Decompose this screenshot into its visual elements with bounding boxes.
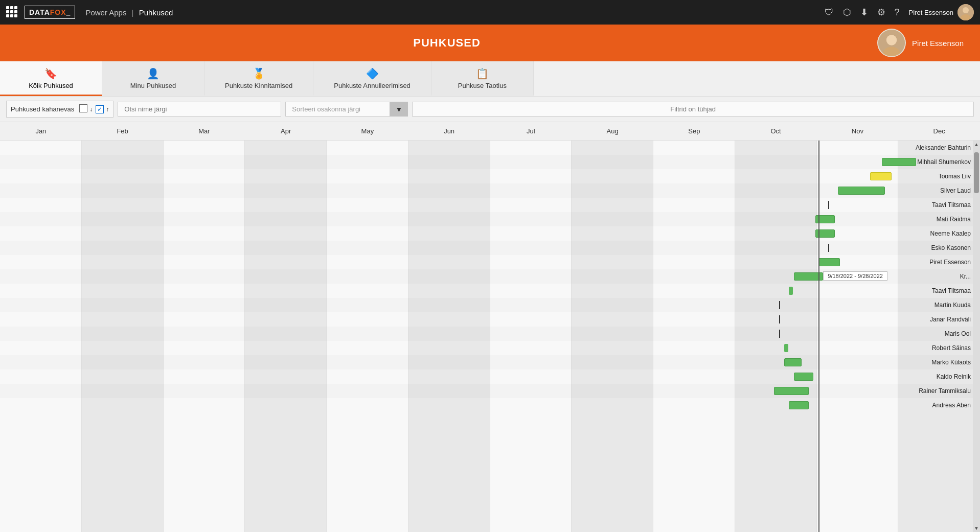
sort-arrow-down[interactable]: ↓: [89, 106, 93, 113]
sort-checkbox-empty[interactable]: [79, 104, 87, 112]
gantt-row: Piret Essenson: [0, 255, 980, 269]
nav-separator: |: [132, 8, 134, 17]
gantt-line-marker: [779, 315, 780, 323]
gantt-bar[interactable]: [789, 401, 808, 409]
tab-taotlus[interactable]: 📋 Puhkuse Taotlus: [431, 61, 534, 96]
tab-taotlus-icon: 📋: [476, 67, 489, 80]
gantt-row: Kr...9/18/2022 - 9/28/2022: [0, 269, 980, 284]
header-banner: PUHKUSED Piret Essenson: [0, 25, 980, 61]
gantt-row: Taavi Tiitsmaa: [0, 198, 980, 212]
dept-chevron-icon[interactable]: ▼: [390, 102, 408, 117]
help-icon[interactable]: ?: [895, 7, 900, 18]
gantt-line-marker: [828, 244, 829, 252]
filter-status: Filtrid on tühjad: [412, 102, 974, 117]
scrollbar[interactable]: ▲ ▼: [973, 141, 980, 532]
nav-title: Power Apps | Puhkused: [85, 8, 173, 17]
shield-icon[interactable]: 🛡: [825, 7, 834, 18]
gantt-person-name: Marko Külaots: [931, 359, 971, 366]
header-avatar: [877, 29, 906, 57]
gantt-dot-marker: [784, 344, 788, 352]
gantt-bar[interactable]: [838, 187, 885, 195]
scroll-down-arrow[interactable]: ▼: [973, 524, 980, 532]
gantt-person-name: Neeme Kaalep: [930, 230, 971, 237]
tab-annulleerimised-icon: 🔷: [366, 67, 379, 80]
month-col-may: May: [327, 125, 408, 137]
tab-kinnitamised[interactable]: 🏅 Puhkuste Kinnitamised: [204, 61, 313, 96]
gantt-row: Rainer Tammiksalu: [0, 384, 980, 398]
gantt-person-name: Taavi Tiitsmaa: [932, 287, 971, 294]
search-input[interactable]: [118, 102, 281, 117]
nav-avatar: [958, 4, 974, 20]
gantt-person-name: Mihhail Shumenkov: [917, 158, 971, 166]
gantt-bar[interactable]: [784, 358, 802, 366]
month-col-oct: Oct: [735, 125, 817, 137]
scroll-up-arrow[interactable]: ▲: [973, 141, 980, 148]
gantt-person-name: Kaido Reinik: [937, 373, 971, 380]
gantt-line-marker: [828, 201, 829, 209]
scrollbar-thumb[interactable]: [974, 152, 979, 193]
gantt-bar[interactable]: [882, 158, 916, 166]
header-user: Piret Essenson: [877, 29, 964, 57]
gantt-person-name: Kr...: [960, 273, 971, 280]
gantt-person-name: Mati Raidma: [937, 216, 971, 223]
settings-icon[interactable]: ⚙: [877, 7, 885, 18]
gantt-person-name: Taavi Tiitsmaa: [932, 201, 971, 209]
gantt-person-name: Rainer Tammiksalu: [919, 387, 971, 395]
gantt-person-name: Janar Randväli: [930, 316, 971, 323]
gantt-person-name: Andreas Aben: [932, 402, 971, 409]
gantt-person-name: Aleksander Bahturin: [916, 144, 971, 151]
download-icon[interactable]: ⬇: [860, 7, 868, 18]
gantt-row: Robert Säinas: [0, 341, 980, 355]
gantt-bar[interactable]: [794, 373, 813, 381]
gantt-bar[interactable]: [870, 172, 892, 180]
header-user-name: Piret Essenson: [912, 39, 964, 48]
gantt-bar[interactable]: [774, 387, 808, 395]
gantt-bar[interactable]: [818, 258, 840, 266]
gantt-row: Toomas Liiv: [0, 169, 980, 183]
month-col-nov: Nov: [817, 125, 899, 137]
gantt-row: Marko Külaots: [0, 355, 980, 369]
tab-kinnitamised-icon: 🏅: [253, 67, 265, 80]
gantt-line-marker: [779, 301, 780, 309]
svg-point-1: [963, 7, 969, 13]
apps-icon[interactable]: [6, 6, 18, 18]
sort-arrow-up[interactable]: ↑: [106, 106, 109, 113]
logo: DATAFOX_: [25, 6, 75, 19]
tabs-bar: 🔖 Kõik Puhkused 👤 Minu Puhkused 🏅 Puhkus…: [0, 61, 980, 97]
month-col-apr: Apr: [245, 125, 327, 137]
share-icon[interactable]: ⬡: [843, 7, 851, 18]
gantt-row: Andreas Aben: [0, 398, 980, 412]
tab-minu-puhkused[interactable]: 👤 Minu Puhkused: [102, 61, 204, 96]
gantt-row: Silver Laud: [0, 183, 980, 198]
nav-icons: 🛡 ⬡ ⬇ ⚙ ? Piret Essenson: [825, 4, 974, 20]
sort-checkbox-checked[interactable]: [96, 105, 104, 113]
gantt-person-name: Toomas Liiv: [939, 173, 971, 180]
tab-annulleerimised[interactable]: 🔷 Puhkuste Annulleerimised: [313, 61, 431, 96]
gantt-row: Aleksander Bahturin: [0, 141, 980, 155]
month-col-sep: Sep: [653, 125, 735, 137]
nav-user[interactable]: Piret Essenson: [909, 4, 974, 20]
page-title: PUHKUSED: [16, 36, 877, 50]
gantt-row: Janar Randväli: [0, 312, 980, 327]
main-content: PUHKUSED Piret Essenson 🔖 Kõik Puhkused …: [0, 25, 980, 532]
tab-koik-puhkused[interactable]: 🔖 Kõik Puhkused: [0, 61, 102, 96]
tab-koik-icon: 🔖: [44, 67, 57, 80]
month-header: JanFebMarAprMayJunJulAugSepOctNovDec: [0, 122, 980, 141]
gantt-dot-marker: [789, 287, 793, 295]
gantt-line-marker: [779, 330, 780, 338]
gantt-body[interactable]: Aleksander BahturinMihhail ShumenkovToom…: [0, 141, 980, 532]
month-col-mar: Mar: [164, 125, 245, 137]
month-col-jun: Jun: [408, 125, 490, 137]
dept-select-wrapper: Sorteeri osakonna järgi ▼: [285, 102, 408, 117]
sort-label-area: Puhkused kahanevas ↓ ↑: [6, 101, 113, 118]
calendar-area: JanFebMarAprMayJunJulAugSepOctNovDec Ale…: [0, 122, 980, 532]
month-col-jul: Jul: [490, 125, 572, 137]
tab-minu-icon: 👤: [147, 67, 159, 80]
month-col-aug: Aug: [572, 125, 653, 137]
gantt-person-name: Maris Ool: [945, 330, 971, 337]
svg-point-4: [886, 35, 897, 45]
sort-label: Puhkused kahanevas: [11, 105, 74, 113]
gantt-row: Maris Ool: [0, 327, 980, 341]
gantt-person-name: Martin Kuuda: [935, 302, 971, 309]
gantt-person-name: Silver Laud: [940, 187, 971, 194]
